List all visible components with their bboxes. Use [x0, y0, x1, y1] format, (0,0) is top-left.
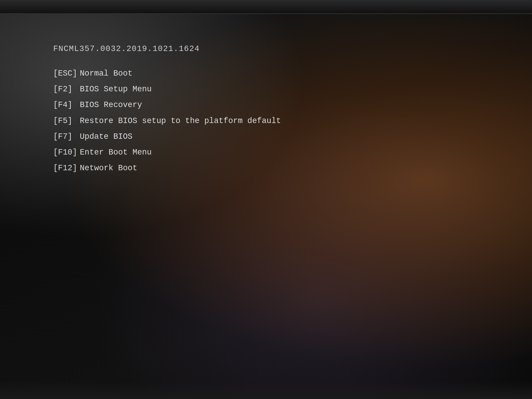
menu-item[interactable]: [F4] BIOS Recovery: [53, 98, 281, 112]
bios-screen: FNCML357.0032.2019.1021.1624 [ESC] Norma…: [0, 0, 532, 399]
menu-description: BIOS Setup Menu: [80, 82, 152, 96]
menu-key: [F10]: [53, 146, 80, 159]
menu-key: [ESC]: [53, 67, 80, 80]
menu-description: Update BIOS: [80, 130, 133, 143]
menu-item[interactable]: [F10] Enter Boot Menu: [53, 146, 281, 159]
menu-description: BIOS Recovery: [80, 98, 142, 112]
menu-item[interactable]: [ESC] Normal Boot: [53, 67, 281, 80]
menu-key: [F2]: [53, 82, 80, 96]
bios-menu: [ESC] Normal Boot[F2] BIOS Setup Menu[F4…: [53, 67, 281, 175]
menu-item[interactable]: [F7] Update BIOS: [53, 130, 281, 143]
bios-content: FNCML357.0032.2019.1021.1624 [ESC] Norma…: [53, 44, 281, 175]
menu-item[interactable]: [F12] Network Boot: [53, 161, 281, 175]
menu-item[interactable]: [F2] BIOS Setup Menu: [53, 82, 281, 96]
menu-key: [F7]: [53, 130, 80, 143]
menu-item[interactable]: [F5] Restore BIOS setup to the platform …: [53, 114, 281, 128]
menu-key: [F4]: [53, 98, 80, 112]
menu-description: Enter Boot Menu: [80, 146, 152, 159]
bios-version: FNCML357.0032.2019.1021.1624: [53, 44, 281, 53]
menu-description: Restore BIOS setup to the platform defau…: [80, 114, 281, 128]
menu-key: [F12]: [53, 161, 80, 175]
menu-description: Normal Boot: [80, 67, 133, 80]
menu-key: [F5]: [53, 114, 80, 128]
menu-description: Network Boot: [80, 161, 137, 175]
